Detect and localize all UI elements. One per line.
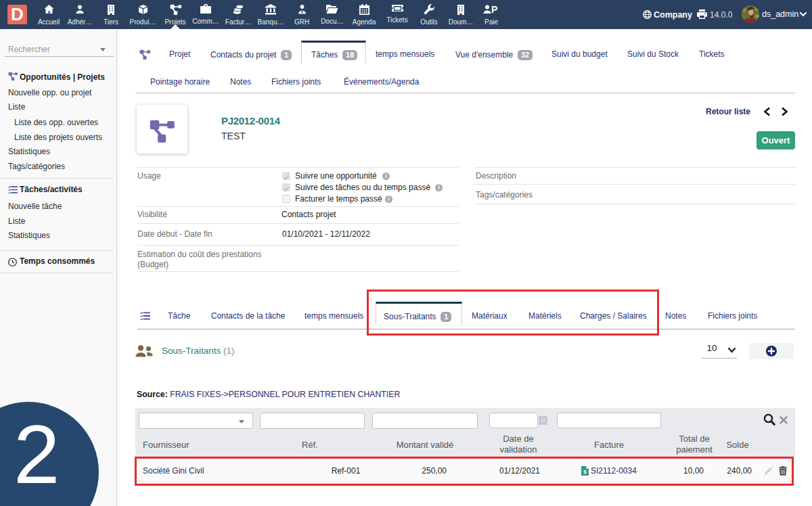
svg-text:P: P [491,4,497,15]
